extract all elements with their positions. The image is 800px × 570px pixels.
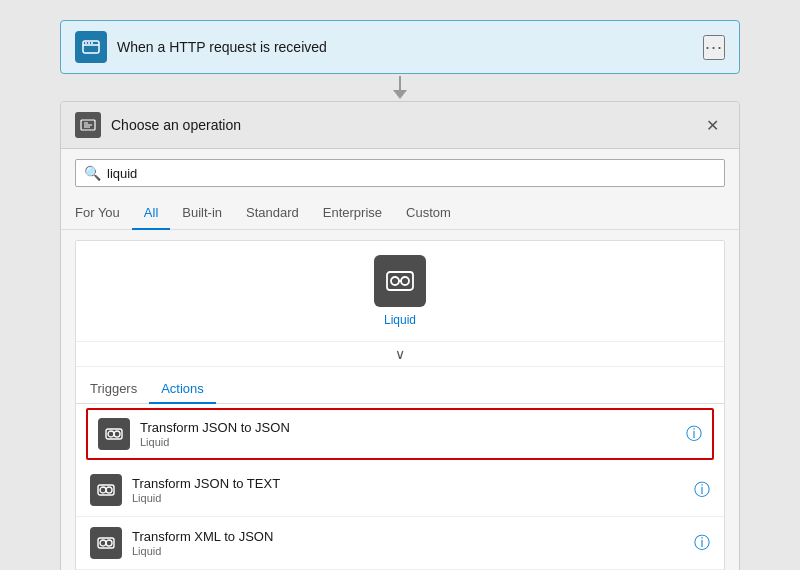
info-icon-3[interactable]: ⓘ: [694, 533, 710, 554]
svg-point-18: [100, 487, 106, 493]
action-icon-1: [98, 418, 130, 450]
tab-all[interactable]: All: [132, 197, 170, 230]
operation-icon: [80, 117, 96, 133]
svg-point-4: [91, 42, 93, 44]
trigger-left: When a HTTP request is received: [75, 31, 327, 63]
action-item-transform-xml-json[interactable]: Transform XML to JSON Liquid ⓘ: [76, 517, 724, 570]
http-icon: [81, 37, 101, 57]
svg-point-22: [106, 540, 112, 546]
tab-actions[interactable]: Actions: [149, 375, 216, 404]
tab-custom[interactable]: Custom: [394, 197, 463, 230]
trigger-title: When a HTTP request is received: [117, 39, 327, 55]
action-list: Transform JSON to JSON Liquid ⓘ: [76, 408, 724, 570]
tab-standard[interactable]: Standard: [234, 197, 311, 230]
svg-point-3: [88, 42, 90, 44]
action-item-transform-json-text[interactable]: Transform JSON to TEXT Liquid ⓘ: [76, 464, 724, 517]
search-box[interactable]: 🔍 liquid: [75, 159, 725, 187]
panel-header: Choose an operation ✕: [61, 102, 739, 149]
search-container: 🔍 liquid: [61, 149, 739, 197]
trigger-block: When a HTTP request is received ···: [60, 20, 740, 74]
transform-icon-3: [96, 533, 116, 553]
panel-header-icon: [75, 112, 101, 138]
svg-point-14: [108, 431, 114, 437]
action-sub-1: Liquid: [140, 436, 676, 448]
arrow-head: [393, 90, 407, 99]
search-input[interactable]: liquid: [107, 166, 137, 181]
connector-label[interactable]: Liquid: [384, 313, 416, 327]
trigger-icon: [75, 31, 107, 63]
action-name-3: Transform XML to JSON: [132, 529, 684, 544]
svg-point-15: [114, 431, 120, 437]
tab-enterprise[interactable]: Enterprise: [311, 197, 394, 230]
info-icon-2[interactable]: ⓘ: [694, 480, 710, 501]
tab-built-in[interactable]: Built-in: [170, 197, 234, 230]
action-info-1: Transform JSON to JSON Liquid: [140, 420, 676, 448]
expand-row[interactable]: ∨: [76, 342, 724, 367]
chevron-down-icon: ∨: [395, 346, 405, 362]
info-icon-1[interactable]: ⓘ: [686, 424, 702, 445]
connector-icon-large: [374, 255, 426, 307]
tab-triggers[interactable]: Triggers: [90, 375, 149, 404]
action-info-3: Transform XML to JSON Liquid: [132, 529, 684, 557]
panel-header-left: Choose an operation: [75, 112, 241, 138]
svg-point-10: [391, 277, 399, 285]
main-container: When a HTTP request is received ··· Choo…: [40, 20, 760, 570]
content-area: Liquid ∨ Triggers Actions: [75, 240, 725, 570]
action-icon-2: [90, 474, 122, 506]
action-sub-2: Liquid: [132, 492, 684, 504]
svg-point-11: [401, 277, 409, 285]
action-icon-3: [90, 527, 122, 559]
svg-point-19: [106, 487, 112, 493]
svg-point-2: [85, 42, 87, 44]
action-name-2: Transform JSON to TEXT: [132, 476, 684, 491]
action-info-2: Transform JSON to TEXT Liquid: [132, 476, 684, 504]
tab-for-you[interactable]: For You: [75, 197, 132, 230]
operation-panel: Choose an operation ✕ 🔍 liquid For You A…: [60, 101, 740, 570]
arrow-line: [399, 76, 401, 90]
transform-icon-2: [96, 480, 116, 500]
connector-card[interactable]: Liquid: [76, 241, 724, 342]
action-item-transform-json-json[interactable]: Transform JSON to JSON Liquid ⓘ: [86, 408, 714, 460]
category-tabs: For You All Built-in Standard Enterprise…: [61, 197, 739, 230]
search-icon: 🔍: [84, 165, 101, 181]
transform-icon-1: [104, 424, 124, 444]
trigger-more-button[interactable]: ···: [703, 35, 725, 60]
inner-tabs: Triggers Actions: [76, 367, 724, 404]
panel-title: Choose an operation: [111, 117, 241, 133]
connector-arrow: [393, 76, 407, 99]
close-button[interactable]: ✕: [700, 114, 725, 137]
liquid-icon-large: [383, 264, 417, 298]
svg-point-21: [100, 540, 106, 546]
action-sub-3: Liquid: [132, 545, 684, 557]
action-name-1: Transform JSON to JSON: [140, 420, 676, 435]
